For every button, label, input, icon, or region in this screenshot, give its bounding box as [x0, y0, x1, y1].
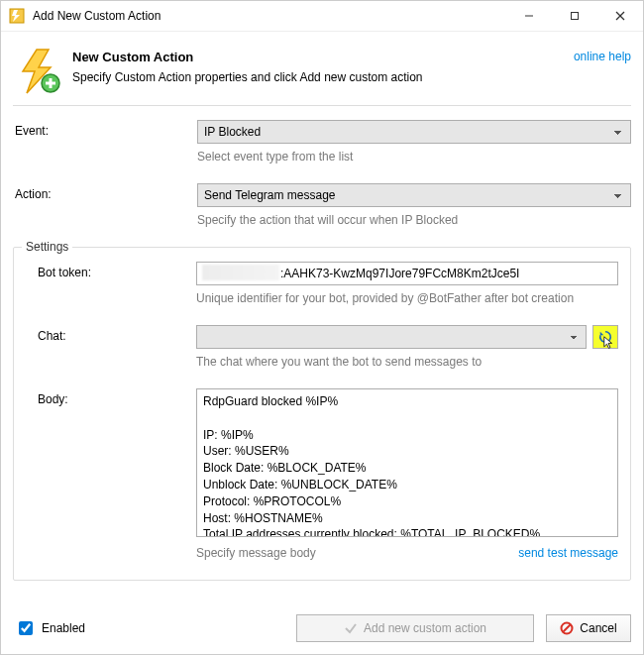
cancel-button-label: Cancel	[580, 621, 616, 635]
body-label: Body:	[26, 388, 196, 406]
refresh-icon	[598, 330, 612, 344]
event-label: Event:	[13, 120, 197, 138]
body-help: Specify message body	[196, 546, 316, 560]
bot-token-row: Bot token: Unique identifier for your bo…	[26, 262, 618, 321]
settings-group: Settings Bot token: Unique identifier fo…	[13, 247, 631, 581]
bot-token-help: Unique identifier for your bot, provided…	[196, 291, 618, 305]
header-subheading: Specify Custom Action properties and cli…	[72, 70, 574, 84]
close-button[interactable]	[597, 1, 643, 31]
dialog-window: Add New Custom Action New Custom Action …	[0, 0, 644, 655]
enabled-checkbox[interactable]	[19, 621, 33, 635]
minimize-button[interactable]	[506, 1, 552, 31]
window-title: Add New Custom Action	[33, 9, 506, 23]
chat-select[interactable]	[196, 325, 587, 349]
dialog-content: New Custom Action Specify Custom Action …	[1, 32, 643, 654]
cancel-button[interactable]: Cancel	[546, 614, 631, 642]
add-custom-action-button[interactable]: Add new custom action	[296, 614, 534, 642]
send-test-message-link[interactable]: send test message	[518, 546, 618, 560]
refresh-chats-button[interactable]	[592, 325, 618, 349]
check-icon	[344, 621, 358, 635]
footer-bar: Enabled Add new custom action Cancel	[13, 610, 631, 642]
action-select[interactable]: Send Telegram message	[197, 183, 631, 207]
action-row: Action: Send Telegram message Specify th…	[13, 183, 631, 243]
chat-row: Chat:	[26, 325, 618, 384]
app-icon	[9, 8, 25, 24]
header-heading: New Custom Action	[72, 50, 574, 64]
svg-line-9	[564, 625, 571, 632]
chat-label: Chat:	[26, 325, 196, 343]
settings-legend: Settings	[22, 240, 72, 254]
enabled-checkbox-wrap[interactable]: Enabled	[15, 618, 85, 638]
window-controls	[506, 1, 643, 31]
action-help: Specify the action that will occur when …	[197, 213, 631, 227]
header: New Custom Action Specify Custom Action …	[13, 42, 631, 106]
online-help-link[interactable]: online help	[574, 48, 631, 63]
maximize-button[interactable]	[552, 1, 597, 31]
event-row: Event: IP Blocked Select event type from…	[13, 120, 631, 179]
titlebar: Add New Custom Action	[1, 1, 643, 32]
bot-token-input[interactable]	[196, 262, 618, 285]
event-select[interactable]: IP Blocked	[197, 120, 631, 144]
body-row: Body: Specify message body send test mes…	[26, 388, 618, 576]
event-help: Select event type from the list	[197, 150, 631, 164]
enabled-label: Enabled	[42, 621, 85, 635]
bot-token-label: Bot token:	[26, 262, 196, 279]
chat-help: The chat where you want the bot to send …	[196, 355, 618, 369]
lightning-plus-icon	[15, 48, 62, 95]
svg-rect-2	[572, 13, 579, 20]
body-textarea[interactable]	[196, 388, 618, 537]
add-button-label: Add new custom action	[364, 621, 486, 635]
action-label: Action:	[13, 183, 197, 201]
cancel-icon	[560, 621, 574, 635]
